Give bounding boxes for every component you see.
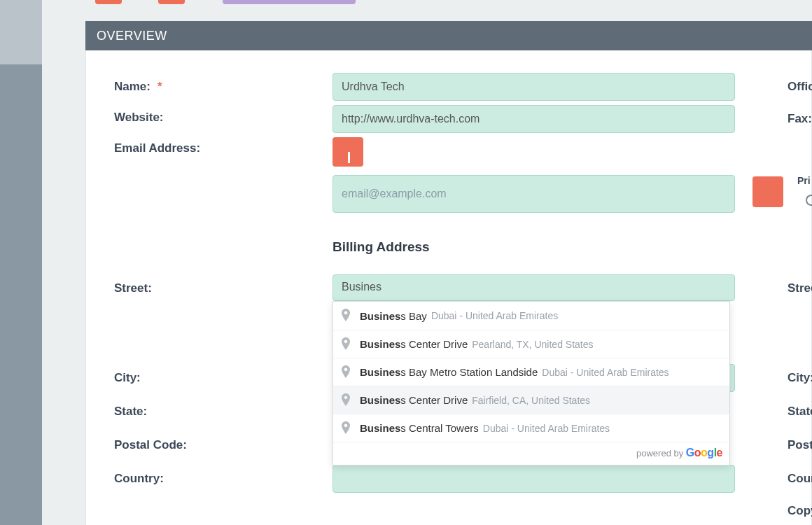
top-button-fragment-2[interactable] — [158, 0, 185, 4]
primary-radio-fragment[interactable] — [806, 195, 812, 206]
label-country: Country: — [114, 472, 164, 486]
label-office-phone: Offic — [788, 80, 812, 94]
autocomplete-secondary: Pearland, TX, United States — [472, 339, 593, 350]
map-pin-icon — [342, 393, 351, 407]
autocomplete-item[interactable]: Business Bay Metro Station LandsideDubai… — [333, 358, 729, 386]
label-name: Name:* — [114, 80, 162, 94]
label-email: Email Address: — [114, 141, 200, 155]
label-postal: Postal Code: — [114, 438, 187, 452]
map-pin-icon — [342, 309, 351, 323]
country-input[interactable] — [332, 465, 735, 493]
autocomplete-item[interactable]: Business Center DrivePearland, TX, Unite… — [333, 330, 729, 358]
panel-title: OVERVIEW — [97, 29, 167, 43]
powered-by-label: powered by — [636, 448, 686, 458]
autocomplete-secondary: Dubai - United Arab Emirates — [431, 310, 558, 321]
label-street: Street: — [114, 281, 152, 295]
autocomplete-main: Business Bay Metro Station Landside — [360, 366, 538, 378]
autocomplete-dropdown: Business BayDubai - United Arab Emirates… — [332, 301, 730, 465]
label-shipping-postal: Post — [788, 438, 812, 452]
remove-email-button[interactable] — [752, 176, 783, 207]
top-button-fragment-3[interactable] — [223, 0, 356, 4]
google-logo: Google — [686, 447, 722, 458]
autocomplete-item[interactable]: Business Central TowersDubai - United Ar… — [333, 414, 729, 442]
autocomplete-item[interactable]: Business Center DriveFairfield, CA, Unit… — [333, 386, 729, 414]
label-shipping-city: City: — [788, 371, 812, 385]
label-primary: Pri — [797, 175, 811, 186]
label-website: Website: — [114, 111, 164, 125]
autocomplete-secondary: Dubai - United Arab Emirates — [542, 367, 668, 378]
label-shipping-country: Coun — [788, 472, 812, 486]
website-input[interactable] — [332, 105, 735, 133]
label-city: City: — [114, 371, 141, 385]
autocomplete-footer: powered by Google — [333, 442, 729, 465]
autocomplete-secondary: Dubai - United Arab Emirates — [483, 423, 610, 434]
autocomplete-item[interactable]: Business BayDubai - United Arab Emirates — [333, 302, 729, 330]
name-input[interactable] — [332, 73, 735, 101]
required-indicator: * — [158, 80, 162, 93]
email-input[interactable] — [332, 175, 735, 213]
map-pin-icon — [342, 421, 351, 435]
street-input[interactable] — [332, 274, 735, 301]
map-pin-icon — [342, 365, 351, 379]
left-sidebar-active — [0, 0, 42, 64]
autocomplete-main: Business Central Towers — [360, 422, 479, 434]
label-fax: Fax: — [788, 112, 812, 126]
autocomplete-main: Business Bay — [360, 310, 427, 322]
overview-panel: Name:* Website: Email Address: Street: C… — [85, 50, 812, 525]
label-state: State: — [114, 405, 147, 419]
billing-address-heading: Billing Address — [332, 239, 430, 255]
panel-header: OVERVIEW — [85, 21, 812, 50]
label-shipping-street: Stree — [788, 281, 812, 295]
autocomplete-secondary: Fairfield, CA, United States — [472, 395, 590, 406]
autocomplete-main: Business Center Drive — [360, 394, 468, 406]
add-email-button[interactable] — [332, 137, 363, 167]
label-shipping-state: State — [788, 405, 812, 419]
map-pin-icon — [342, 337, 351, 351]
left-sidebar — [0, 0, 42, 525]
label-copy-address: Copy — [788, 504, 812, 518]
autocomplete-main: Business Center Drive — [360, 338, 468, 350]
top-button-fragment-1[interactable] — [95, 0, 122, 4]
